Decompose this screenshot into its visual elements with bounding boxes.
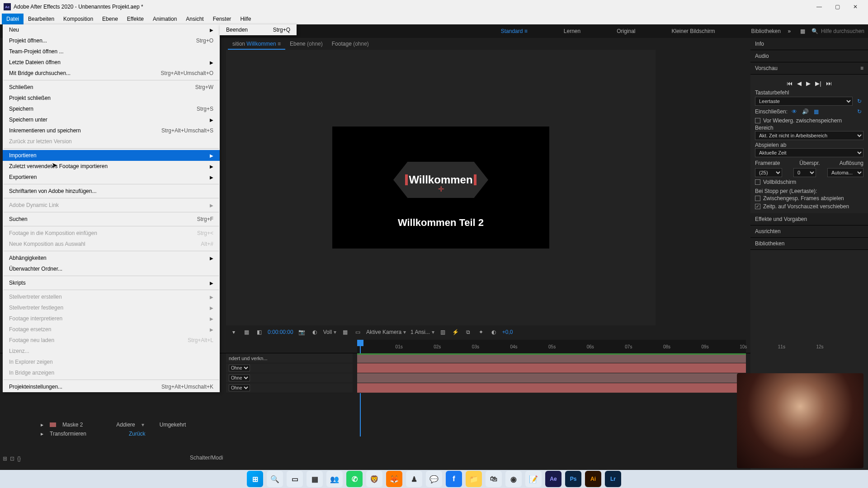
- composition-viewer[interactable]: Willkommen ✛ Willkommen Teil 2: [226, 50, 656, 325]
- snapshot-icon[interactable]: 📷: [298, 328, 306, 336]
- menu-komposition[interactable]: Komposition: [59, 14, 98, 24]
- layer-mode-dropdown[interactable]: Ohne: [229, 365, 250, 371]
- comp-tab[interactable]: Footage (ohne): [327, 39, 373, 50]
- comp-tab[interactable]: Ebene (ohne): [285, 39, 327, 50]
- pixel-aspect-icon[interactable]: ▥: [439, 328, 447, 336]
- workspace-panel-icon[interactable]: ▦: [798, 26, 808, 36]
- track-bar[interactable]: [357, 383, 746, 393]
- menu-ebene[interactable]: Ebene: [98, 14, 123, 24]
- canvas[interactable]: Willkommen ✛ Willkommen Teil 2: [332, 127, 549, 249]
- taskbar-fb[interactable]: f: [446, 471, 462, 487]
- cached-checkbox[interactable]: [755, 196, 760, 201]
- current-timecode[interactable]: 0:00:00:00: [268, 329, 293, 335]
- layer-mode-dropdown[interactable]: Ohne: [229, 385, 250, 391]
- exposure-value[interactable]: +0,0: [502, 329, 513, 335]
- menu-item--berwachter-ordner-[interactable]: Überwachter Ordner...: [3, 263, 220, 274]
- menu-item-projekt-ffnen-[interactable]: Projekt öffnen...Strg+O: [3, 35, 220, 46]
- camera-dropdown[interactable]: Aktive Kamera: [366, 329, 401, 335]
- prev-frame-button[interactable]: ◀: [797, 80, 802, 87]
- toggle-modes-icon[interactable]: ⊡: [10, 455, 14, 462]
- preview-res-dropdown[interactable]: Automa...: [827, 168, 863, 177]
- menu-bearbeiten[interactable]: Bearbeiten: [24, 14, 59, 24]
- timeline-icon[interactable]: ⧉: [464, 328, 472, 336]
- workspace-lernen[interactable]: Lernen: [564, 28, 580, 34]
- taskbar-teams[interactable]: 👥: [326, 471, 343, 487]
- audio-panel-header[interactable]: Audio: [750, 50, 868, 62]
- taskbar-msg[interactable]: 💬: [426, 471, 442, 487]
- menu-datei[interactable]: Datei: [2, 14, 24, 24]
- playfrom-dropdown[interactable]: Aktuelle Zeit: [755, 148, 863, 157]
- time-ruler[interactable]: 01s02s03s04s05s06s07s08s09s10s11s12s: [357, 340, 746, 353]
- taskbar-ps[interactable]: Ps: [565, 471, 581, 487]
- switcher-label[interactable]: Schalter/Modi: [190, 455, 223, 461]
- precache-checkbox[interactable]: [755, 118, 760, 123]
- window-close-button[interactable]: ✕: [846, 0, 864, 14]
- info-panel-header[interactable]: Info: [750, 38, 868, 50]
- taskbar-store[interactable]: 🛍: [486, 471, 502, 487]
- window-maximize-button[interactable]: ▢: [828, 0, 846, 14]
- taskbar-widgets[interactable]: ▦: [307, 471, 323, 487]
- comp-tab[interactable]: sition Willkommen ≡: [228, 39, 285, 50]
- skip-dropdown[interactable]: 0: [793, 168, 816, 177]
- menu-animation[interactable]: Animation: [148, 14, 181, 24]
- taskbar-chess[interactable]: ♟: [406, 471, 422, 487]
- workspace-kleiner bildschirm[interactable]: Kleiner Bildschirm: [672, 28, 715, 34]
- taskbar-wa[interactable]: ✆: [346, 471, 363, 487]
- taskbar-folder[interactable]: 📁: [466, 471, 482, 487]
- workspace-original[interactable]: Original: [617, 28, 635, 34]
- taskbar-task[interactable]: ▭: [287, 471, 303, 487]
- menu-item-projekt-schlie-en[interactable]: Projekt schließen: [3, 93, 220, 103]
- resolution-dropdown[interactable]: Voll: [323, 329, 332, 335]
- flowchart-icon[interactable]: ✦: [477, 328, 485, 336]
- grid-icon[interactable]: ▦: [242, 328, 250, 336]
- menu-item-team-projekt-ffnen-[interactable]: Team-Projekt öffnen ...: [3, 46, 220, 57]
- selection-handle-left[interactable]: [405, 174, 408, 185]
- menu-item-importieren[interactable]: Importieren▶: [3, 150, 220, 161]
- anchor-point-icon[interactable]: ✛: [438, 185, 444, 193]
- timeline-tracks[interactable]: [357, 353, 746, 470]
- menu-item-quit[interactable]: BeendenStrg+Q: [220, 24, 297, 35]
- taskbar-obs[interactable]: ◉: [505, 471, 522, 487]
- menu-item-zuletzt-verwendetes-footage-importieren[interactable]: Zuletzt verwendetes Footage importieren▶: [3, 161, 220, 172]
- views-dropdown[interactable]: 1 Ansi...: [410, 329, 430, 335]
- next-frame-button[interactable]: ▶|: [815, 80, 821, 87]
- effects-panel-header[interactable]: Effekte und Vorgaben: [750, 213, 868, 225]
- movetime-checkbox[interactable]: ✓: [755, 204, 760, 209]
- roi-icon[interactable]: ▭: [354, 328, 362, 336]
- expand-icon[interactable]: ▸: [41, 422, 43, 428]
- playhead[interactable]: [357, 340, 363, 346]
- layer-mode-dropdown[interactable]: Ohne: [229, 375, 250, 381]
- track-bar[interactable]: [357, 363, 746, 373]
- mask-toggle-icon[interactable]: ◧: [255, 328, 263, 336]
- menu-fenster[interactable]: Fenster: [208, 14, 236, 24]
- menu-item-suchen[interactable]: SuchenStrg+F: [3, 214, 220, 225]
- panel-menu-icon[interactable]: ≡: [860, 65, 863, 71]
- fast-preview-icon[interactable]: ⚡: [452, 328, 460, 336]
- menu-effekte[interactable]: Effekte: [123, 14, 148, 24]
- menu-item-letzte-dateien-ffnen[interactable]: Letzte Dateien öffnen▶: [3, 57, 220, 68]
- menu-item-abh-ngigkeiten[interactable]: Abhängigkeiten▶: [3, 253, 220, 263]
- mask-name[interactable]: Maske 2: [62, 422, 83, 428]
- menu-ansicht[interactable]: Ansicht: [181, 14, 208, 24]
- play-button[interactable]: ▶: [806, 80, 811, 87]
- workspace-bibliotheken[interactable]: Bibliotheken: [751, 28, 781, 34]
- track-bar[interactable]: [357, 353, 746, 363]
- taskbar-notes[interactable]: 📝: [525, 471, 542, 487]
- menu-item-neu[interactable]: Neu▶: [3, 24, 220, 35]
- toggle-brackets-icon[interactable]: {}: [17, 455, 21, 462]
- mask-inverted-label[interactable]: Umgekehrt: [160, 422, 186, 428]
- taskbar-search[interactable]: 🔍: [267, 471, 283, 487]
- include-loop-icon[interactable]: ↻: [855, 108, 863, 116]
- menu-item-exportieren[interactable]: Exportieren▶: [3, 172, 220, 183]
- include-overlays-icon[interactable]: ▦: [812, 108, 820, 116]
- transparency-grid-icon[interactable]: ▦: [341, 328, 349, 336]
- transform-reset[interactable]: Zurück: [129, 431, 146, 437]
- workspace-more-icon[interactable]: »: [784, 26, 794, 36]
- framerate-dropdown[interactable]: (25): [755, 168, 782, 177]
- menu-item-speichern[interactable]: SpeichernStrg+S: [3, 103, 220, 114]
- toggle-switches-icon[interactable]: ⊞: [3, 455, 7, 462]
- preview-panel-header[interactable]: Vorschau≡: [750, 62, 868, 75]
- window-minimize-button[interactable]: —: [810, 0, 828, 14]
- expand-icon[interactable]: ▸: [41, 431, 43, 437]
- menu-item-speichern-unter[interactable]: Speichern unter▶: [3, 114, 220, 125]
